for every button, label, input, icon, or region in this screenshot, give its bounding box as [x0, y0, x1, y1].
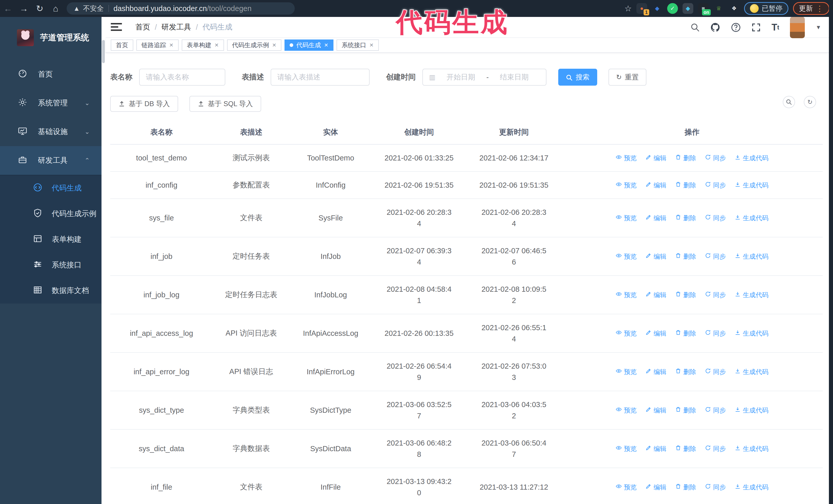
- sidebar-scrollbar-thumb[interactable]: [102, 40, 105, 63]
- row-action-preview[interactable]: 预览: [616, 406, 637, 414]
- row-action-preview[interactable]: 预览: [616, 154, 637, 162]
- sidebar-item-0[interactable]: 首页: [0, 60, 101, 89]
- app-logo-row[interactable]: 芋道管理系统: [0, 17, 101, 50]
- row-action-sync[interactable]: 同步: [705, 154, 726, 162]
- extension-icon-1[interactable]: ●1: [636, 3, 647, 14]
- sidebar-item-2[interactable]: 基础设施⌄: [0, 117, 101, 146]
- sidebar-item-1[interactable]: 系统管理⌄: [0, 89, 101, 117]
- row-action-edit[interactable]: 编辑: [645, 368, 666, 376]
- row-action-sync[interactable]: 同步: [705, 214, 726, 222]
- row-action-sync[interactable]: 同步: [705, 329, 726, 338]
- caret-down-icon[interactable]: ▼: [815, 24, 821, 31]
- date-range-picker[interactable]: ▥ 开始日期 - 结束日期: [422, 69, 546, 86]
- row-action-preview[interactable]: 预览: [616, 252, 637, 261]
- row-action-delete[interactable]: 删除: [675, 181, 696, 189]
- hamburger-icon[interactable]: [111, 23, 125, 32]
- row-action-sync[interactable]: 同步: [705, 181, 726, 189]
- avatar[interactable]: [790, 17, 805, 38]
- row-action-edit[interactable]: 编辑: [645, 181, 666, 189]
- close-icon[interactable]: ✕: [169, 42, 173, 48]
- address-bar[interactable]: ▲ 不安全 dashboard.yudao.iocoder.cn /tool/c…: [67, 2, 295, 15]
- breadcrumb-item-1[interactable]: 研发工具: [162, 22, 191, 32]
- sidebar-subitem-1[interactable]: 代码生成示例: [0, 201, 101, 226]
- row-action-edit[interactable]: 编辑: [645, 483, 666, 491]
- row-action-delete[interactable]: 删除: [675, 214, 696, 222]
- row-action-sync[interactable]: 同步: [705, 483, 726, 491]
- row-action-delete[interactable]: 删除: [675, 329, 696, 338]
- sidebar-item-3[interactable]: 研发工具⌃: [0, 146, 101, 175]
- tab-5[interactable]: 系统接口✕: [336, 40, 379, 51]
- row-action-edit[interactable]: 编辑: [645, 214, 666, 222]
- close-icon[interactable]: ✕: [324, 42, 328, 48]
- row-action-preview[interactable]: 预览: [616, 181, 637, 189]
- sidebar-subitem-4[interactable]: 数据库文档: [0, 278, 101, 304]
- reload-icon[interactable]: ↻: [32, 3, 48, 14]
- row-action-sync[interactable]: 同步: [705, 406, 726, 414]
- fullscreen-icon[interactable]: [752, 23, 761, 32]
- table-name-input[interactable]: 请输入表名称: [139, 69, 225, 86]
- row-action-preview[interactable]: 预览: [616, 329, 637, 338]
- row-action-generate[interactable]: 生成代码: [735, 406, 768, 414]
- row-action-generate[interactable]: 生成代码: [735, 181, 768, 189]
- row-action-delete[interactable]: 删除: [675, 445, 696, 453]
- row-action-delete[interactable]: 删除: [675, 368, 696, 376]
- row-action-delete[interactable]: 删除: [675, 291, 696, 299]
- row-action-edit[interactable]: 编辑: [645, 252, 666, 261]
- row-action-delete[interactable]: 删除: [675, 483, 696, 491]
- extension-on-icon[interactable]: ■on: [698, 3, 709, 14]
- github-icon[interactable]: [711, 23, 720, 32]
- row-action-sync[interactable]: 同步: [705, 445, 726, 453]
- close-icon[interactable]: ✕: [369, 42, 374, 48]
- extension-gem-icon[interactable]: ◆: [652, 3, 663, 14]
- row-action-edit[interactable]: 编辑: [645, 291, 666, 299]
- row-action-generate[interactable]: 生成代码: [735, 329, 768, 338]
- breadcrumb-item-0[interactable]: 首页: [135, 22, 150, 32]
- update-button[interactable]: 更新 ⋮: [793, 2, 829, 15]
- bookmark-star-icon[interactable]: ☆: [624, 4, 632, 13]
- forward-icon[interactable]: →: [16, 4, 32, 14]
- font-size-icon[interactable]: Tt: [771, 22, 779, 33]
- row-action-edit[interactable]: 编辑: [645, 154, 666, 162]
- row-action-preview[interactable]: 预览: [616, 368, 637, 376]
- tab-2[interactable]: 表单构建✕: [182, 40, 224, 51]
- row-action-generate[interactable]: 生成代码: [735, 154, 768, 162]
- close-icon[interactable]: ✕: [215, 42, 219, 48]
- extensions-puzzle-icon[interactable]: ❖: [729, 3, 739, 14]
- row-action-generate[interactable]: 生成代码: [735, 291, 768, 299]
- tab-4[interactable]: 代码生成✕: [285, 40, 333, 51]
- browser-menu-icon[interactable]: ⋮: [816, 4, 824, 13]
- close-icon[interactable]: ✕: [272, 42, 277, 48]
- import-sql-button[interactable]: 基于 SQL 导入: [189, 96, 261, 112]
- row-action-sync[interactable]: 同步: [705, 368, 726, 376]
- home-icon[interactable]: ⌂: [48, 4, 64, 14]
- help-icon[interactable]: [731, 23, 741, 32]
- row-action-preview[interactable]: 预览: [616, 445, 637, 453]
- extension-grid-icon[interactable]: ◆: [683, 3, 693, 14]
- row-action-sync[interactable]: 同步: [705, 252, 726, 261]
- row-action-preview[interactable]: 预览: [616, 291, 637, 299]
- row-action-preview[interactable]: 预览: [616, 214, 637, 222]
- search-icon[interactable]: [690, 23, 700, 32]
- row-action-generate[interactable]: 生成代码: [735, 445, 768, 453]
- paused-badge[interactable]: 已暂停: [744, 2, 788, 15]
- back-icon[interactable]: ←: [0, 4, 16, 14]
- row-action-edit[interactable]: 编辑: [645, 406, 666, 414]
- row-action-sync[interactable]: 同步: [705, 291, 726, 299]
- row-action-generate[interactable]: 生成代码: [735, 252, 768, 261]
- tab-0[interactable]: 首页: [111, 40, 133, 51]
- extension-check-icon[interactable]: ✓: [667, 3, 678, 14]
- window-scrollbar[interactable]: [829, 0, 833, 504]
- row-action-edit[interactable]: 编辑: [645, 329, 666, 338]
- toggle-search-icon[interactable]: [783, 96, 795, 108]
- row-action-generate[interactable]: 生成代码: [735, 368, 768, 376]
- tab-3[interactable]: 代码生成示例✕: [227, 40, 282, 51]
- row-action-delete[interactable]: 删除: [675, 154, 696, 162]
- sidebar-subitem-0[interactable]: 代码生成: [0, 175, 101, 201]
- sidebar-subitem-3[interactable]: 系统接口: [0, 252, 101, 278]
- row-action-preview[interactable]: 预览: [616, 483, 637, 491]
- tab-1[interactable]: 链路追踪✕: [136, 40, 178, 51]
- sidebar-subitem-2[interactable]: 表单构建: [0, 226, 101, 252]
- reset-button[interactable]: ↻ 重置: [609, 69, 646, 86]
- row-action-delete[interactable]: 删除: [675, 252, 696, 261]
- import-db-button[interactable]: 基于 DB 导入: [110, 96, 178, 112]
